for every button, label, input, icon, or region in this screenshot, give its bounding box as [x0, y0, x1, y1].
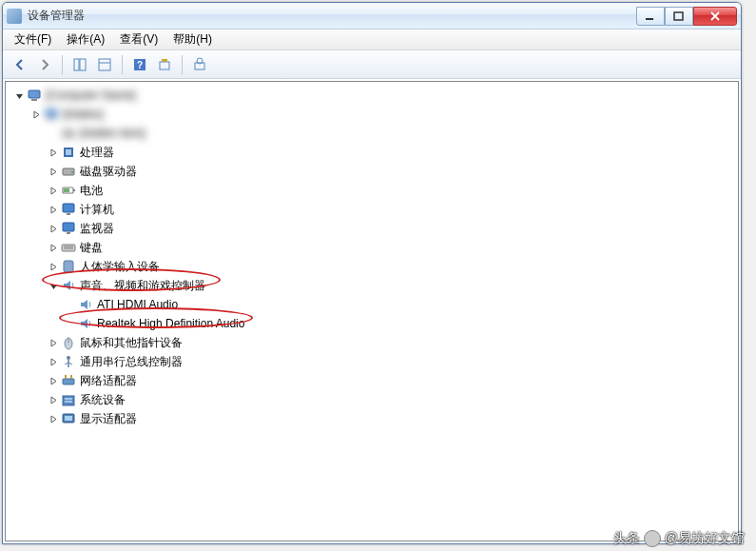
expander-icon[interactable]: [48, 223, 59, 234]
computer-icon: [27, 88, 42, 103]
menu-action[interactable]: 操作(A): [59, 30, 112, 49]
tree-node-cat-cpu[interactable]: 处理器: [10, 143, 734, 162]
svg-text:?: ?: [137, 60, 143, 70]
tree-node-cat-hid[interactable]: 人体学输入设备: [10, 257, 734, 276]
drive-icon: [61, 164, 76, 179]
node-label: 通用串行总线控制器: [80, 354, 183, 370]
hid-icon: [61, 259, 76, 274]
node-label: [hidden item]: [80, 127, 145, 140]
node-label: 磁盘驱动器: [80, 164, 137, 180]
toolbar-separator: [62, 55, 63, 74]
tree-node-cat-computer[interactable]: 计算机: [10, 200, 734, 219]
close-button[interactable]: [693, 7, 737, 26]
tree-root-node[interactable]: [Computer Name]: [10, 86, 734, 105]
watermark-text: @易坊好文馆: [665, 530, 745, 547]
menu-help[interactable]: 帮助(H): [165, 30, 220, 49]
sound-icon: [61, 278, 76, 293]
node-label: 网络适配器: [80, 373, 137, 389]
disp-icon: [61, 411, 76, 426]
tree-node-cat-blur2[interactable]: [hidden item]: [10, 124, 734, 143]
tree-node-cat-usb[interactable]: 通用串行总线控制器: [10, 352, 734, 371]
expander-icon[interactable]: [48, 280, 59, 291]
menubar: 文件(F) 操作(A) 查看(V) 帮助(H): [3, 30, 741, 50]
expander-icon[interactable]: [13, 89, 25, 101]
svg-rect-0: [646, 18, 653, 20]
tree-node-cat-sys[interactable]: 系统设备: [10, 390, 734, 409]
node-label: 电池: [80, 183, 103, 199]
tree-content[interactable]: [Computer Name][hidden][hidden item]处理器磁…: [5, 81, 739, 541]
minimize-button[interactable]: [636, 7, 665, 26]
expander-icon[interactable]: [48, 413, 59, 424]
window-controls: [636, 7, 737, 26]
node-label: 声音、视频和游戏控制器: [80, 278, 205, 294]
node-label: 人体学输入设备: [80, 259, 160, 275]
tree-node-dev-realtek[interactable]: Realtek High Definition Audio: [10, 314, 734, 333]
expander-icon[interactable]: [48, 147, 59, 158]
svg-rect-2: [74, 59, 79, 70]
forward-button[interactable]: [33, 53, 56, 76]
drive-icon: [61, 126, 76, 141]
expander-icon[interactable]: [48, 166, 59, 177]
sound-icon: [78, 297, 93, 312]
watermark-avatar-icon: [644, 530, 661, 547]
svg-rect-3: [80, 59, 86, 70]
titlebar[interactable]: 设备管理器: [3, 3, 741, 30]
svg-rect-1: [674, 12, 683, 20]
node-label: 显示适配器: [80, 411, 137, 427]
help-button[interactable]: ?: [128, 53, 151, 76]
node-label: 处理器: [80, 145, 114, 161]
battery-icon: [61, 183, 76, 198]
computer-icon: [44, 107, 59, 122]
node-label: 监视器: [80, 221, 114, 237]
node-label: 鼠标和其他指针设备: [80, 335, 183, 351]
svg-rect-4: [99, 59, 110, 70]
tree-node-cat-mouse[interactable]: 鼠标和其他指针设备: [10, 333, 734, 352]
node-label: Realtek High Definition Audio: [97, 317, 244, 330]
menu-view[interactable]: 查看(V): [112, 30, 165, 49]
device-tree: [Computer Name][hidden][hidden item]处理器磁…: [6, 82, 738, 432]
kb-icon: [61, 240, 76, 255]
svg-rect-9: [162, 59, 167, 62]
expander-icon[interactable]: [48, 261, 59, 272]
toolbar-separator: [122, 55, 123, 74]
tree-node-cat-battery[interactable]: 电池: [10, 181, 734, 200]
expander-icon[interactable]: [48, 394, 59, 405]
svg-rect-8: [160, 62, 169, 69]
show-hide-tree-button[interactable]: [68, 53, 91, 76]
node-label: [hidden]: [63, 108, 104, 121]
node-label: 系统设备: [80, 392, 126, 408]
node-label: ATI HDMI Audio: [97, 298, 178, 311]
device-manager-window: 设备管理器 文件(F) 操作(A) 查看(V) 帮助(H) ?: [2, 2, 742, 544]
window-title: 设备管理器: [28, 8, 636, 24]
tree-node-dev-ati[interactable]: ATI HDMI Audio: [10, 295, 734, 314]
maximize-button[interactable]: [665, 7, 693, 26]
expander-icon[interactable]: [48, 204, 59, 215]
properties-button[interactable]: [93, 53, 116, 76]
mouse-icon: [61, 335, 76, 350]
expander-icon[interactable]: [48, 242, 59, 253]
tree-node-cat-sound[interactable]: 声音、视频和游戏控制器: [10, 276, 734, 295]
tree-node-cat-net[interactable]: 网络适配器: [10, 371, 734, 390]
menu-file[interactable]: 文件(F): [7, 30, 59, 49]
expander-icon[interactable]: [48, 337, 59, 348]
expander-icon[interactable]: [48, 185, 59, 196]
sound-icon: [78, 316, 93, 331]
tree-node-cat-disk[interactable]: 磁盘驱动器: [10, 162, 734, 181]
tree-node-cat-blur1[interactable]: [hidden]: [10, 105, 734, 124]
monitor-icon: [61, 221, 76, 236]
usb-icon: [61, 354, 76, 369]
tree-node-cat-keyboard[interactable]: 键盘: [10, 238, 734, 257]
node-label: 计算机: [80, 202, 114, 218]
root-label: [Computer Name]: [46, 89, 136, 102]
chip-icon: [61, 145, 76, 160]
scan-hardware-button[interactable]: [153, 53, 176, 76]
expander-icon[interactable]: [30, 108, 42, 120]
tree-node-cat-monitor[interactable]: 监视器: [10, 219, 734, 238]
uninstall-button[interactable]: [188, 53, 211, 76]
tree-node-cat-disp[interactable]: 显示适配器: [10, 409, 734, 428]
app-icon: [7, 9, 22, 24]
expander-icon[interactable]: [48, 375, 59, 386]
back-button[interactable]: [9, 53, 31, 76]
expander-icon[interactable]: [48, 356, 59, 367]
watermark-prefix: 头条: [613, 530, 640, 547]
